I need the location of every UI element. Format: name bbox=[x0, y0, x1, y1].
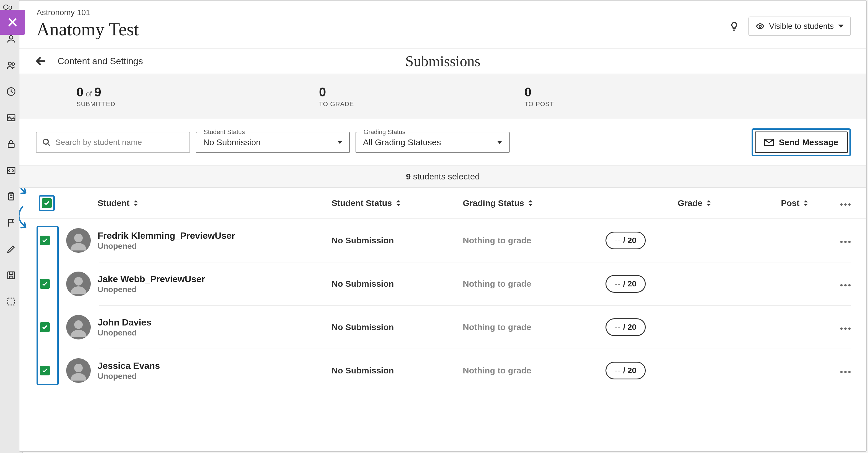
header-more-button[interactable] bbox=[808, 198, 851, 208]
submitted-count: 0 bbox=[76, 85, 83, 99]
stat-to-post: 0 TO POST bbox=[524, 85, 554, 108]
student-status-legend: Student Status bbox=[202, 128, 247, 136]
submitted-total: 9 bbox=[94, 85, 101, 99]
row-more-button[interactable] bbox=[808, 322, 851, 332]
svg-point-26 bbox=[848, 284, 850, 286]
svg-point-2 bbox=[12, 63, 14, 65]
svg-point-16 bbox=[848, 203, 850, 206]
svg-point-11 bbox=[759, 25, 762, 27]
check-icon bbox=[44, 200, 50, 206]
student-name[interactable]: Jake Webb_PreviewUser bbox=[98, 274, 332, 284]
grade-value: -- bbox=[615, 236, 620, 245]
back-link[interactable]: Content and Settings bbox=[35, 55, 143, 67]
col-student-header[interactable]: Student bbox=[98, 198, 332, 208]
page-title: Submissions bbox=[405, 53, 480, 70]
svg-point-20 bbox=[844, 241, 846, 243]
image-icon[interactable] bbox=[5, 112, 17, 124]
svg-point-34 bbox=[840, 371, 843, 373]
save-icon[interactable] bbox=[5, 269, 17, 281]
svg-rect-5 bbox=[8, 144, 14, 148]
send-message-highlight: Send Message bbox=[752, 128, 851, 156]
caret-down-icon bbox=[497, 140, 502, 145]
row-more-button[interactable] bbox=[808, 366, 851, 376]
grading-status-value: All Grading Statuses bbox=[363, 137, 497, 147]
search-input[interactable] bbox=[55, 138, 184, 147]
filter-bar: Student Status No Submission Grading Sta… bbox=[20, 119, 866, 165]
row-more-button[interactable] bbox=[808, 236, 851, 245]
edit-icon[interactable] bbox=[5, 243, 17, 255]
stat-submitted: 0 of 9 SUBMITTED bbox=[76, 85, 319, 108]
svg-point-30 bbox=[844, 327, 846, 330]
sort-icon bbox=[804, 198, 808, 208]
svg-point-24 bbox=[840, 284, 843, 286]
svg-point-35 bbox=[844, 371, 846, 373]
clock-icon[interactable] bbox=[5, 86, 17, 97]
select-all-highlight bbox=[39, 195, 55, 211]
submissions-table: Student Student Status Grading Status Gr… bbox=[20, 188, 866, 451]
annotation-arrow-2 bbox=[20, 205, 34, 234]
svg-point-21 bbox=[848, 241, 850, 243]
lock-icon[interactable] bbox=[5, 138, 17, 150]
student-status-select[interactable]: Student Status No Submission bbox=[196, 132, 350, 153]
grading-status-select[interactable]: Grading Status All Grading Statuses bbox=[355, 132, 509, 153]
svg-point-15 bbox=[844, 203, 846, 206]
table-row: Jake Webb_PreviewUser Unopened No Submis… bbox=[20, 262, 866, 305]
dashed-box-icon[interactable] bbox=[5, 296, 17, 307]
arrow-left-icon bbox=[35, 55, 48, 67]
caret-down-icon bbox=[337, 140, 342, 145]
grading-status: Nothing to grade bbox=[463, 236, 531, 245]
visibility-dropdown[interactable]: Visible to students bbox=[748, 17, 851, 36]
grading-status: Nothing to grade bbox=[463, 279, 531, 288]
clipboard-icon[interactable] bbox=[5, 191, 17, 202]
col-grade-header[interactable]: Grade bbox=[597, 198, 734, 208]
col-grading-header[interactable]: Grading Status bbox=[463, 198, 597, 208]
grading-status-legend: Grading Status bbox=[361, 128, 408, 136]
grade-separator: / 20 bbox=[623, 236, 637, 245]
table-header-row: Student Student Status Grading Status Gr… bbox=[20, 188, 866, 219]
close-button[interactable] bbox=[0, 10, 25, 35]
svg-point-19 bbox=[840, 241, 843, 243]
grade-pill[interactable]: -- / 20 bbox=[606, 232, 646, 249]
search-box[interactable] bbox=[36, 132, 190, 153]
student-name[interactable]: Fredrik Klemming_PreviewUser bbox=[98, 230, 332, 241]
col-post-header[interactable]: Post bbox=[734, 198, 808, 208]
student-status: No Submission bbox=[332, 279, 463, 289]
user-icon[interactable] bbox=[5, 33, 17, 45]
svg-point-0 bbox=[9, 36, 13, 39]
selected-count: 9 bbox=[406, 172, 411, 181]
grade-pill[interactable]: -- / 20 bbox=[606, 318, 646, 336]
student-status-value: No Submission bbox=[203, 137, 337, 147]
row-more-button[interactable] bbox=[808, 279, 851, 289]
row-checks-highlight bbox=[36, 226, 59, 385]
svg-rect-10 bbox=[8, 298, 14, 305]
avatar bbox=[66, 228, 91, 253]
back-label: Content and Settings bbox=[58, 56, 143, 66]
sort-icon bbox=[707, 198, 711, 208]
svg-point-31 bbox=[848, 327, 850, 330]
svg-point-33 bbox=[74, 364, 83, 372]
lightbulb-icon[interactable] bbox=[729, 21, 739, 31]
student-name[interactable]: John Davies bbox=[98, 317, 332, 328]
table-row: John Davies Unopened No Submission Nothi… bbox=[20, 306, 866, 349]
send-message-label: Send Message bbox=[779, 137, 838, 147]
grade-pill[interactable]: -- / 20 bbox=[606, 362, 646, 379]
annotation-arrow-1 bbox=[20, 188, 34, 200]
col-status-header[interactable]: Student Status bbox=[332, 198, 463, 208]
student-status: No Submission bbox=[332, 322, 463, 332]
flag-icon[interactable] bbox=[5, 217, 17, 228]
code-icon[interactable] bbox=[5, 165, 17, 176]
users-icon[interactable] bbox=[5, 60, 17, 71]
to-post-label: TO POST bbox=[524, 100, 554, 108]
svg-point-18 bbox=[74, 234, 83, 242]
student-substatus: Unopened bbox=[98, 328, 332, 337]
student-substatus: Unopened bbox=[98, 241, 332, 251]
visibility-label: Visible to students bbox=[769, 22, 834, 31]
student-name[interactable]: Jessica Evans bbox=[98, 361, 332, 371]
send-message-button[interactable]: Send Message bbox=[755, 131, 848, 153]
sort-icon bbox=[133, 198, 138, 208]
panel-header: Astronomy 101 Anatomy Test Visible to st… bbox=[20, 1, 866, 48]
select-all-checkbox[interactable] bbox=[42, 198, 52, 208]
grade-pill[interactable]: -- / 20 bbox=[606, 275, 646, 293]
search-icon bbox=[42, 138, 51, 147]
table-row: Jessica Evans Unopened No Submission Not… bbox=[20, 349, 866, 392]
